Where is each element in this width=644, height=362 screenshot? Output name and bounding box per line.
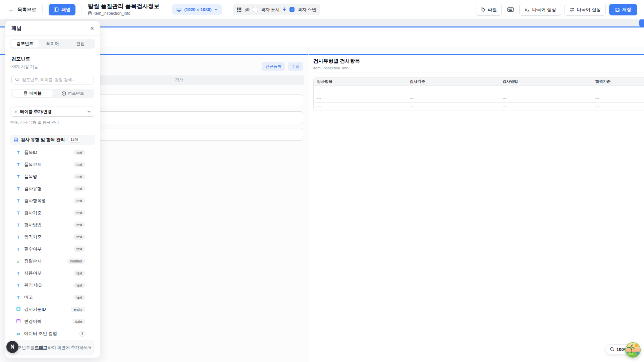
add-table-dropdown[interactable]: + 테이블 추가/변경 <box>10 107 95 117</box>
grid-snap-checkbox[interactable]: ✓ <box>289 7 294 12</box>
save-button-text: 저장 <box>622 7 631 13</box>
resolution-select[interactable]: (644 × 362) <box>172 4 222 15</box>
field-row[interactable]: T품목IDtext <box>5 146 100 159</box>
svg-text:A: A <box>528 9 530 12</box>
panel-tabs: 컴포넌트레이어편집 <box>10 39 95 49</box>
save-button[interactable]: 저장 <box>609 4 637 15</box>
keyboard-button[interactable] <box>505 6 516 13</box>
keyboard-icon <box>507 7 514 12</box>
section-subtitle: item_inspection_info <box>313 66 348 70</box>
field-label: 검사유형 <box>24 186 70 192</box>
save-icon <box>615 7 620 12</box>
field-row[interactable]: T검사항목명text <box>5 195 100 207</box>
table-toggle-button[interactable]: 테이블 <box>12 90 53 97</box>
label-button[interactable]: 라벨 <box>476 4 502 16</box>
table-cell: --- <box>499 94 592 102</box>
field-text-icon: T <box>16 174 21 180</box>
flash-icon[interactable] <box>282 7 286 12</box>
tab-2[interactable]: 편집 <box>66 40 94 48</box>
field-row[interactable]: T비고text <box>5 291 100 303</box>
database-icon <box>88 11 92 15</box>
field-row[interactable]: T품목코드text <box>5 159 100 171</box>
table-header-cell: 검사기준 <box>407 77 499 85</box>
table-header-cell: 검사항목 <box>314 77 407 85</box>
divider <box>42 5 43 14</box>
search-icon <box>15 77 19 82</box>
grid-show-checkbox[interactable] <box>253 7 258 12</box>
table-row[interactable]: ------------ <box>314 94 644 102</box>
search-bar-label: 검색 <box>175 77 184 83</box>
field-row[interactable]: T관리자IDtext <box>5 279 100 291</box>
field-row[interactable]: <>에디터 조인 컬럼3 <box>5 327 100 337</box>
table-toggle-label: 테이블 <box>30 90 42 96</box>
field-row[interactable]: 검사기준IDentity <box>5 303 100 315</box>
field-label: 품목코드 <box>24 162 70 168</box>
field-row[interactable]: T품목명text <box>5 171 100 183</box>
field-row[interactable]: T검사기준text <box>5 207 100 219</box>
field-row[interactable]: T검사방법text <box>5 219 100 231</box>
database-icon <box>13 137 18 142</box>
field-entity-icon <box>16 306 21 312</box>
component-toggle-button[interactable]: 컴포넌트 <box>53 90 93 97</box>
panel-toggle-button[interactable]: 패널 <box>49 4 75 15</box>
table-cell: --- <box>499 86 592 94</box>
field-row[interactable]: #정렬순서number <box>5 255 100 267</box>
table-cell: --- <box>407 94 499 102</box>
field-row[interactable]: T사용여부text <box>5 267 100 279</box>
field-text-icon: T <box>16 234 21 240</box>
i18n-settings-button[interactable]: 다국어 설정 <box>565 4 606 16</box>
i18n-generate-button[interactable]: A 다국어 생성 <box>519 4 561 16</box>
field-type-badge: text <box>73 186 85 191</box>
table-row[interactable]: ------------ <box>314 102 644 111</box>
selection-handle[interactable] <box>639 19 644 27</box>
field-label: 에디터 조인 컬럼 <box>24 330 76 337</box>
field-text-icon: T <box>16 270 21 276</box>
table-cell: --- <box>592 94 644 102</box>
page-title: 탑씰 품질관리 품목검사정보 <box>88 3 159 10</box>
back-button[interactable]: ← 목록으로 <box>8 7 36 13</box>
table-group-name: 검사 유형 및 항목 관리 <box>21 137 65 143</box>
field-text-icon: T <box>16 198 21 204</box>
field-number-icon: # <box>16 258 21 264</box>
monitor-icon <box>176 7 181 12</box>
action-badge-0[interactable]: 신규등록 <box>262 62 285 71</box>
brand-badge[interactable]: N <box>6 341 18 353</box>
action-badges: 신규등록수정 <box>262 62 303 71</box>
field-row[interactable]: 변경이력date <box>5 315 100 327</box>
tab-1[interactable]: 레이어 <box>39 40 67 48</box>
field-count-badge: 3 <box>79 331 85 337</box>
field-label: 변경이력 <box>24 318 69 324</box>
plus-icon: + <box>14 109 17 115</box>
field-type-badge: text <box>73 150 85 155</box>
tab-0[interactable]: 컴포넌트 <box>11 40 39 48</box>
close-icon[interactable]: × <box>90 25 94 32</box>
field-row[interactable]: T합격기준text <box>5 231 100 243</box>
table-row[interactable]: ------------ <box>314 85 644 94</box>
eye-off-icon[interactable] <box>245 7 250 12</box>
action-badge-1[interactable]: 수정 <box>288 62 303 71</box>
topbar-actions: 라벨 A 다국어 생성 <box>476 4 637 16</box>
table-header-cell: 검사방법 <box>499 77 592 85</box>
data-table: 검사항목검사기준검사방법합격기준 -----------------------… <box>313 77 644 111</box>
app-root: ← 목록으로 패널 탑씰 품질관리 품목검사정보 <box>0 0 644 362</box>
field-label: 비고 <box>24 294 70 300</box>
divider <box>82 5 82 14</box>
grid-icon[interactable] <box>237 7 241 12</box>
page-title-block: 탑씰 품질관리 품목검사정보 item_inspection_info <box>88 3 159 16</box>
field-type-badge: text <box>73 270 85 276</box>
field-text-icon: T <box>16 282 21 288</box>
field-row[interactable]: T검사유형text <box>5 183 100 195</box>
field-type-badge: text <box>73 234 85 240</box>
field-type-badge: text <box>73 246 85 252</box>
component-search-input[interactable] <box>22 77 90 82</box>
resolution-value: (644 × 362) <box>184 7 211 12</box>
island-badge[interactable] <box>625 342 641 358</box>
table-group-row[interactable]: 검사 유형 및 항목 관리 15개 <box>10 135 95 145</box>
field-text-icon: T <box>16 186 21 192</box>
table-cell: --- <box>499 103 592 111</box>
field-row[interactable]: T필수여부text <box>5 243 100 255</box>
panel-header: 패널 × <box>5 21 100 36</box>
panel-icon <box>54 7 59 12</box>
field-text-icon: T <box>16 162 21 168</box>
table-cell: --- <box>314 86 407 94</box>
